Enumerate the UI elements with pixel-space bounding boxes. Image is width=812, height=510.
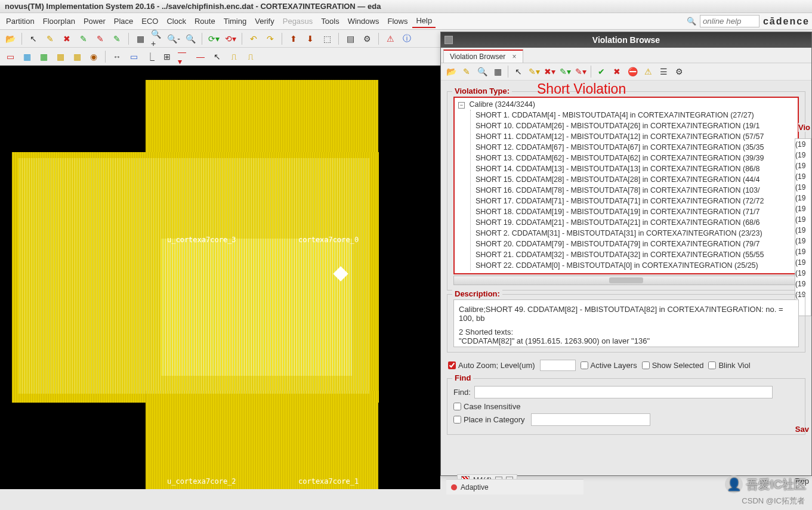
violation-item[interactable]: SHORT 17. CDDATAM[71] - MBISTOUTDATA[71]… <box>474 196 795 206</box>
tool-e-icon[interactable]: ▦ <box>70 50 84 63</box>
vb-open-icon[interactable]: 📂 <box>444 65 458 78</box>
blink-viol-checkbox[interactable]: Blink Viol <box>708 361 750 370</box>
find-input[interactable] <box>474 386 773 398</box>
hier-icon[interactable]: ⬚ <box>320 32 334 45</box>
menu-partition[interactable]: Partition <box>2 15 38 27</box>
menu-flows[interactable]: Flows <box>384 15 411 27</box>
place-in-category-checkbox[interactable]: Place in Category <box>453 413 799 426</box>
tool-b-icon[interactable]: ▦ <box>20 50 33 63</box>
tool-f-icon[interactable]: ◉ <box>87 50 100 63</box>
vb-settings-icon[interactable]: ⚙ <box>672 65 686 78</box>
violation-item[interactable]: SHORT 22. CDDATAM[0] - MBISTOUTDATA[0] i… <box>474 260 795 271</box>
vb-tab-main[interactable]: Violation Browser × <box>443 50 523 63</box>
vb-hl1-icon[interactable]: ✎▾ <box>527 65 541 78</box>
vb-titlebar[interactable]: Violation Browse <box>441 32 811 48</box>
violation-item[interactable]: SHORT 11. CDDATAM[12] - MBISTOUTDATA[12]… <box>474 131 795 142</box>
active-layers-checkbox[interactable]: Active Layers <box>581 361 637 370</box>
back-icon[interactable]: ⟲▾ <box>224 32 237 45</box>
menu-clock[interactable]: Clock <box>163 15 190 27</box>
close-icon[interactable]: × <box>512 52 517 61</box>
undo-icon[interactable]: ↶ <box>247 32 260 45</box>
fit-icon[interactable]: ▦ <box>134 32 147 45</box>
ruler-icon[interactable]: ↔ <box>110 50 124 63</box>
cursor2-icon[interactable]: ↖ <box>211 50 224 63</box>
violation-item[interactable]: SHORT 20. CDDATAM[79] - MBISTOUTDATA[79]… <box>474 239 795 249</box>
violation-item[interactable]: SHORT 1. CDDATAM[4] - MBISTOUTDATA[4] in… <box>474 110 795 120</box>
vb-ok-icon[interactable]: ✔ <box>595 65 608 78</box>
violation-item[interactable]: SHORT 15. CDDATAM[28] - MBISTOUTDATA[28]… <box>474 174 795 185</box>
menu-floorplan[interactable]: Floorplan <box>39 15 79 27</box>
hier-down-icon[interactable]: ⬇ <box>304 32 317 45</box>
case-insensitive-checkbox[interactable]: Case Insensitive <box>453 402 799 411</box>
zoom-fit-icon[interactable]: 🔍 <box>184 32 197 45</box>
violation-item[interactable]: SHORT 18. CDDATAM[19] - MBISTOUTDATA[19]… <box>474 206 795 217</box>
violation-item[interactable]: SHORT 13. CDDATAM[62] - MBISTOUTDATA[62]… <box>474 153 795 163</box>
marker3-icon[interactable]: ✎ <box>110 32 124 45</box>
tool-a-icon[interactable]: ▭ <box>4 50 17 63</box>
violation-item[interactable]: SHORT 12. CDDATAM[67] - MBISTOUTDATA[67]… <box>474 142 795 153</box>
tree-hscroll[interactable] <box>453 276 799 285</box>
marker2-icon[interactable]: ✎ <box>94 32 107 45</box>
vb-mark1-icon[interactable]: ✎ <box>460 65 473 78</box>
vb-stop-icon[interactable]: ⛔ <box>626 65 639 78</box>
violation-item[interactable]: SHORT 14. CDDATAM[13] - MBISTOUTDATA[13]… <box>474 163 795 174</box>
redo-icon[interactable]: ↷ <box>264 32 277 45</box>
vb-del-icon[interactable]: ✖ <box>610 65 623 78</box>
tree-root-node[interactable]: − Calibre (3244/3244) <box>457 99 795 110</box>
vb-warn-icon[interactable]: ⚠ <box>641 65 654 78</box>
measure-icon[interactable]: ⎿ <box>144 50 157 63</box>
zoom-out-icon[interactable]: 🔍- <box>167 32 180 45</box>
route2-icon[interactable]: ⎍ <box>244 50 257 63</box>
violation-item[interactable]: SHORT 2. CDDATAM[31] - MBISTOUTDATA[31] … <box>474 228 795 239</box>
vb-grid-icon[interactable]: ▦ <box>491 65 504 78</box>
vb-toolbar: 📂 ✎ 🔍 ▦ ↖ ✎▾ ✖▾ ✎▾ ✎▾ ✔ ✖ ⛔ ⚠ ☰ ⚙ <box>441 63 811 81</box>
highlight-icon[interactable]: ✎ <box>44 32 57 45</box>
open-icon[interactable]: 📂 <box>4 32 17 45</box>
layers-icon[interactable]: ▤ <box>344 32 357 45</box>
redraw-icon[interactable]: ⟳▾ <box>207 32 220 45</box>
violation-item[interactable]: SHORT 10. CDDATAM[26] - MBISTOUTDATA[26]… <box>474 120 795 131</box>
level-input[interactable] <box>540 360 576 371</box>
select-icon[interactable]: ▭ <box>127 50 140 63</box>
menu-power[interactable]: Power <box>80 15 109 27</box>
route1-icon[interactable]: ⎍ <box>227 50 240 63</box>
marker-icon[interactable]: ✎ <box>77 32 90 45</box>
hier-up-icon[interactable]: ⬆ <box>287 32 300 45</box>
warning-icon[interactable]: ⚠ <box>384 32 397 45</box>
vb-hl2-icon[interactable]: ✖▾ <box>543 65 556 78</box>
menu-verify[interactable]: Verify <box>251 15 278 27</box>
violation-item[interactable]: SHORT 16. CDDATAM[78] - MBISTOUTDATA[78]… <box>474 185 795 196</box>
menu-timing[interactable]: Timing <box>220 15 251 27</box>
menu-eco[interactable]: ECO <box>138 15 162 27</box>
menu-place[interactable]: Place <box>110 15 137 27</box>
menu-help[interactable]: Help <box>412 14 436 28</box>
violation-item[interactable]: SHORT 19. CDDATAM[21] - MBISTOUTDATA[21]… <box>474 217 795 228</box>
line-icon[interactable]: —▾ <box>177 50 190 63</box>
show-selected-checkbox[interactable]: Show Selected <box>642 361 704 370</box>
tree-icon[interactable]: ⚙ <box>360 32 373 45</box>
help-search-input[interactable] <box>700 15 759 27</box>
erase-icon[interactable]: ✖ <box>60 32 73 45</box>
menu-windows[interactable]: Windows <box>344 15 383 27</box>
tool-c-icon[interactable]: ▦ <box>37 50 50 63</box>
violation-item[interactable]: SHORT 21. CDDATAM[32] - MBISTOUTDATA[32]… <box>474 249 795 260</box>
menu-route[interactable]: Route <box>191 15 219 27</box>
snap-icon[interactable]: ⊞ <box>160 50 174 63</box>
vb-list-icon[interactable]: ☰ <box>657 65 670 78</box>
vb-zoom-icon[interactable]: 🔍 <box>476 65 489 78</box>
category-input[interactable] <box>531 413 650 426</box>
cursor-icon[interactable]: ↖ <box>27 32 40 45</box>
vb-hl4-icon[interactable]: ✎▾ <box>574 65 587 78</box>
layout-canvas[interactable]: u_cortexa7core_3 cortexa7core_0 u_cortex… <box>0 66 440 489</box>
core-label-3: u_cortexa7core_3 <box>167 236 236 244</box>
zoom-in-icon[interactable]: 🔍+ <box>150 32 163 45</box>
line2-icon[interactable]: — <box>194 50 207 63</box>
vb-hl3-icon[interactable]: ✎▾ <box>558 65 572 78</box>
vb-cursor-icon[interactable]: ↖ <box>512 65 525 78</box>
auto-zoom-checkbox[interactable]: Auto Zoom; Level(um) <box>448 361 535 370</box>
menu-tools[interactable]: Tools <box>317 15 342 27</box>
violation-tree[interactable]: − Calibre (3244/3244) SHORT 1. CDDATAM[4… <box>453 97 799 274</box>
collapse-icon[interactable]: − <box>458 102 465 109</box>
info-icon[interactable]: ⓘ <box>400 32 413 45</box>
tool-d-icon[interactable]: ▦ <box>54 50 67 63</box>
